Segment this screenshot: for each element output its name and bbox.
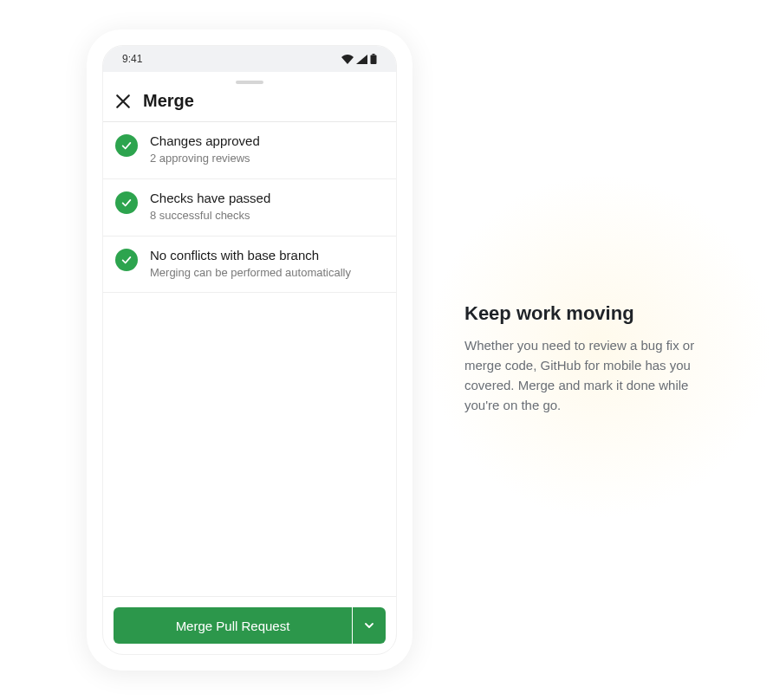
promo-copy: Keep work moving Whether you need to rev… — [464, 285, 724, 416]
phone-screen: 9:41 Merge — [102, 45, 397, 655]
close-icon[interactable] — [115, 94, 131, 109]
status-row-conflicts[interactable]: No conflicts with base branch Merging ca… — [103, 237, 396, 294]
android-status-bar: 9:41 — [103, 46, 396, 72]
sheet-title: Merge — [143, 91, 194, 111]
status-title: Checks have passed — [150, 190, 384, 207]
battery-icon — [370, 54, 377, 64]
merge-options-button[interactable] — [353, 607, 386, 644]
check-icon — [115, 134, 138, 157]
sheet-header: Merge — [103, 72, 396, 122]
chevron-down-icon — [364, 620, 374, 631]
signal-icon — [356, 55, 367, 64]
check-icon — [115, 249, 138, 271]
status-row-approved[interactable]: Changes approved 2 approving reviews — [103, 122, 396, 179]
check-icon — [115, 191, 138, 214]
page-layout: 9:41 Merge — [0, 0, 773, 700]
merge-pull-request-button[interactable]: Merge Pull Request — [114, 607, 352, 644]
status-subtitle: Merging can be performed automatically — [150, 265, 384, 281]
status-time: 9:41 — [122, 53, 142, 65]
svg-rect-1 — [371, 55, 377, 65]
promo-body: Whether you need to review a bug fix or … — [464, 335, 724, 416]
svg-rect-0 — [373, 54, 375, 55]
status-subtitle: 8 successful checks — [150, 208, 384, 224]
sheet-footer: Merge Pull Request — [103, 596, 396, 654]
drag-handle[interactable] — [236, 81, 263, 84]
status-subtitle: 2 approving reviews — [150, 151, 384, 166]
status-title: Changes approved — [150, 133, 384, 150]
status-list: Changes approved 2 approving reviews Che… — [103, 122, 396, 596]
promo-title: Keep work moving — [464, 302, 724, 325]
phone-frame: 9:41 Merge — [87, 29, 412, 671]
status-right-icons — [341, 54, 377, 64]
wifi-icon — [341, 55, 354, 64]
status-title: No conflicts with base branch — [150, 247, 384, 264]
status-row-checks[interactable]: Checks have passed 8 successful checks — [103, 179, 396, 237]
